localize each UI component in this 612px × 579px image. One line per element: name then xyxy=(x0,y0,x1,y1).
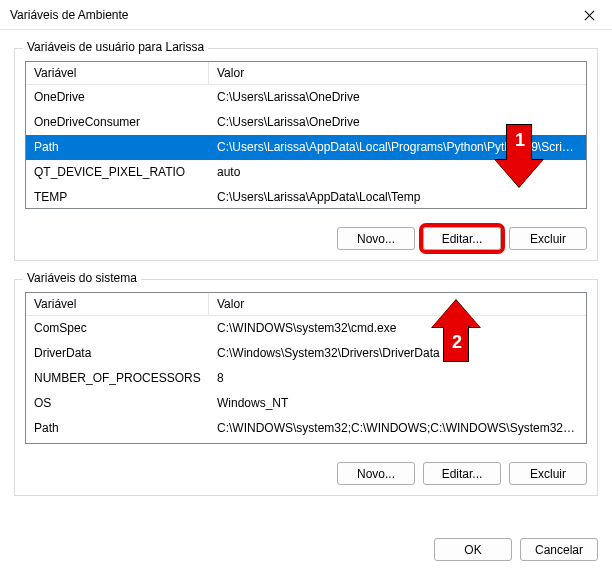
variable-value-cell: .COM;.EXE;.BAT;.CMD;.VBS;.VBE;.JS;.JSE;.… xyxy=(209,441,586,443)
user-delete-button[interactable]: Excluir xyxy=(509,227,587,250)
dialog-content: Variáveis de usuário para Larissa Variáv… xyxy=(0,30,612,528)
variable-value-cell: 8 xyxy=(209,366,586,391)
system-variables-group: Variáveis do sistema Variável Valor ComS… xyxy=(14,279,598,496)
system-new-button[interactable]: Novo... xyxy=(337,462,415,485)
table-row[interactable]: OSWindows_NT xyxy=(26,391,586,416)
system-delete-button[interactable]: Excluir xyxy=(509,462,587,485)
system-variables-list[interactable]: Variável Valor ComSpecC:\WINDOWS\system3… xyxy=(25,292,587,444)
column-header-variable[interactable]: Variável xyxy=(26,62,209,84)
variable-name-cell: ComSpec xyxy=(26,316,209,341)
table-row[interactable]: PATHEXT.COM;.EXE;.BAT;.CMD;.VBS;.VBE;.JS… xyxy=(26,441,586,443)
table-row[interactable]: PathC:\WINDOWS\system32;C:\WINDOWS;C:\WI… xyxy=(26,416,586,441)
user-variables-list[interactable]: Variável Valor OneDriveC:\Users\Larissa\… xyxy=(25,61,587,209)
title-bar: Variáveis de Ambiente xyxy=(0,0,612,30)
column-header-value[interactable]: Valor xyxy=(209,62,586,84)
variable-name-cell: OneDriveConsumer xyxy=(26,110,209,135)
system-edit-button[interactable]: Editar... xyxy=(423,462,501,485)
cancel-button[interactable]: Cancelar xyxy=(520,538,598,561)
close-icon xyxy=(585,10,595,20)
user-buttons-row: Novo... Editar... Excluir xyxy=(25,227,587,250)
variable-value-cell: C:\Users\Larissa\OneDrive xyxy=(209,85,586,110)
variable-name-cell: Path xyxy=(26,135,209,160)
system-list-header: Variável Valor xyxy=(26,293,586,316)
table-row[interactable]: OneDriveC:\Users\Larissa\OneDrive xyxy=(26,85,586,110)
variable-name-cell: NUMBER_OF_PROCESSORS xyxy=(26,366,209,391)
variable-value-cell: C:\Windows\System32\Drivers\DriverData xyxy=(209,341,586,366)
variable-value-cell: C:\Users\Larissa\OneDrive xyxy=(209,110,586,135)
variable-value-cell: auto xyxy=(209,160,586,185)
table-row[interactable]: ComSpecC:\WINDOWS\system32\cmd.exe xyxy=(26,316,586,341)
user-variables-label: Variáveis de usuário para Larissa xyxy=(23,40,208,54)
user-variables-group: Variáveis de usuário para Larissa Variáv… xyxy=(14,48,598,261)
variable-name-cell: PATHEXT xyxy=(26,441,209,443)
close-button[interactable] xyxy=(567,0,612,30)
user-list-header: Variável Valor xyxy=(26,62,586,85)
variable-name-cell: Path xyxy=(26,416,209,441)
user-edit-button[interactable]: Editar... xyxy=(423,227,501,250)
ok-button[interactable]: OK xyxy=(434,538,512,561)
variable-name-cell: DriverData xyxy=(26,341,209,366)
variable-name-cell: QT_DEVICE_PIXEL_RATIO xyxy=(26,160,209,185)
table-row[interactable]: QT_DEVICE_PIXEL_RATIOauto xyxy=(26,160,586,185)
table-row[interactable]: NUMBER_OF_PROCESSORS8 xyxy=(26,366,586,391)
system-variables-label: Variáveis do sistema xyxy=(23,271,141,285)
table-row[interactable]: OneDriveConsumerC:\Users\Larissa\OneDriv… xyxy=(26,110,586,135)
variable-value-cell: C:\WINDOWS\system32;C:\WINDOWS;C:\WINDOW… xyxy=(209,416,586,441)
table-row[interactable]: PathC:\Users\Larissa\AppData\Local\Progr… xyxy=(26,135,586,160)
variable-name-cell: OneDrive xyxy=(26,85,209,110)
variable-name-cell: TEMP xyxy=(26,185,209,208)
window-title: Variáveis de Ambiente xyxy=(10,8,129,22)
variable-value-cell: C:\Users\Larissa\AppData\Local\Temp xyxy=(209,185,586,208)
table-row[interactable]: DriverDataC:\Windows\System32\Drivers\Dr… xyxy=(26,341,586,366)
variable-value-cell: Windows_NT xyxy=(209,391,586,416)
table-row[interactable]: TEMPC:\Users\Larissa\AppData\Local\Temp xyxy=(26,185,586,208)
variable-value-cell: C:\WINDOWS\system32\cmd.exe xyxy=(209,316,586,341)
variable-name-cell: OS xyxy=(26,391,209,416)
column-header-value[interactable]: Valor xyxy=(209,293,586,315)
user-new-button[interactable]: Novo... xyxy=(337,227,415,250)
column-header-variable[interactable]: Variável xyxy=(26,293,209,315)
system-buttons-row: Novo... Editar... Excluir xyxy=(25,462,587,485)
variable-value-cell: C:\Users\Larissa\AppData\Local\Programs\… xyxy=(209,135,586,160)
dialog-buttons: OK Cancelar xyxy=(0,538,612,575)
